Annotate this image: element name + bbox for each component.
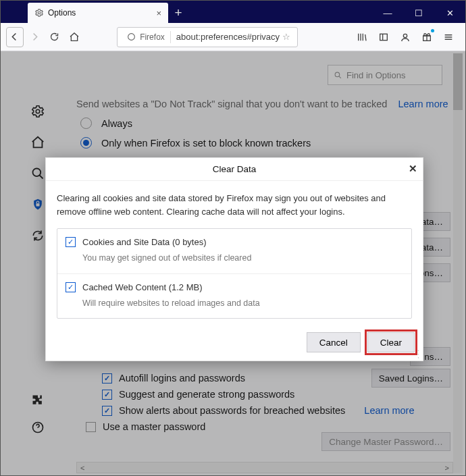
- bookmark-star-icon[interactable]: ☆: [280, 32, 293, 42]
- menu-button[interactable]: [438, 27, 459, 47]
- window-controls: — ☐ ✕: [372, 3, 465, 23]
- cookies-item[interactable]: ✓ Cookies and Site Data (0 bytes) You ma…: [57, 229, 411, 273]
- item-subtitle: You may get signed out of websites if cl…: [82, 252, 251, 265]
- item-subtitle: Will require websites to reload images a…: [82, 297, 260, 310]
- checkbox-icon: ✓: [66, 282, 76, 292]
- minimize-button[interactable]: —: [372, 3, 403, 23]
- dialog-description: Clearing all cookies and site data store…: [57, 192, 412, 219]
- reload-button[interactable]: [46, 27, 63, 47]
- identity-box[interactable]: Firefox: [122, 31, 171, 43]
- identity-label: Firefox: [140, 32, 165, 42]
- tab-title: Options: [44, 8, 156, 18]
- new-tab-button[interactable]: +: [168, 3, 188, 23]
- library-button[interactable]: [352, 27, 372, 47]
- dialog-title: Clear Data: [213, 164, 257, 174]
- tab-close-icon[interactable]: ×: [156, 8, 161, 18]
- clear-data-dialog: Clear Data ✕ Clearing all cookies and si…: [45, 157, 423, 361]
- back-button[interactable]: [6, 27, 24, 47]
- dialog-header: Clear Data ✕: [46, 158, 423, 181]
- cancel-button[interactable]: Cancel: [307, 332, 361, 352]
- sidebar-button[interactable]: [373, 27, 394, 47]
- item-title: Cached Web Content (1.2 MB): [82, 281, 260, 294]
- titlebar: Options × + — ☐ ✕: [1, 1, 465, 23]
- account-button[interactable]: [395, 27, 415, 47]
- close-button[interactable]: ✕: [434, 3, 465, 23]
- checkbox-icon: ✓: [66, 237, 76, 247]
- gift-button[interactable]: [417, 27, 437, 47]
- svg-point-0: [38, 11, 41, 14]
- maximize-button[interactable]: ☐: [403, 3, 434, 23]
- dialog-close-icon[interactable]: ✕: [409, 163, 417, 175]
- cache-item[interactable]: ✓ Cached Web Content (1.2 MB) Will requi…: [57, 273, 411, 319]
- clear-button[interactable]: Clear: [367, 332, 415, 352]
- forward-button: [26, 27, 44, 47]
- url-text: about:preferences#privacy: [171, 32, 280, 42]
- nav-toolbar: Firefox about:preferences#privacy ☆: [1, 23, 465, 51]
- svg-point-3: [403, 34, 407, 37]
- firefox-icon: [127, 32, 136, 41]
- tab-options[interactable]: Options ×: [28, 3, 168, 23]
- gear-icon: [34, 8, 44, 18]
- item-title: Cookies and Site Data (0 bytes): [82, 236, 251, 249]
- svg-rect-2: [380, 34, 388, 40]
- home-button[interactable]: [66, 27, 84, 47]
- url-bar[interactable]: Firefox about:preferences#privacy ☆: [117, 27, 298, 47]
- svg-point-1: [128, 34, 135, 41]
